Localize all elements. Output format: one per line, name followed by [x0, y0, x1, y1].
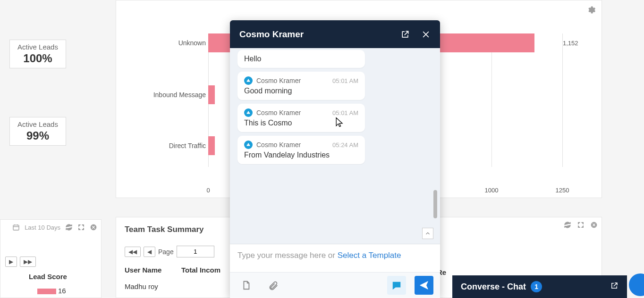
chat-input[interactable]: Type your message here or Select a Templ… [230, 244, 440, 272]
legend-swatch [37, 289, 56, 294]
kpi-active-leads-1: Active Leads 100% [9, 40, 66, 68]
converse-label: Converse - Chat [461, 282, 526, 292]
popout-icon[interactable] [400, 30, 410, 39]
chat-message: Cosmo Kramer 05:01 AM This is Cosmo [237, 104, 365, 132]
input-placeholder-text: Type your message here or [237, 251, 338, 260]
leadscore-title: Lead Score [29, 273, 67, 281]
chart-category: Direct Traffic [121, 142, 206, 149]
chart-bar [208, 85, 215, 104]
chart-value-label: 1,152 [563, 40, 578, 47]
chat-body[interactable]: Hello Cosmo Kramer 05:01 AM Good morning… [230, 48, 440, 244]
gridline [491, 33, 492, 167]
kpi-label: Active Leads [15, 120, 61, 128]
select-template-link[interactable]: Select a Template [338, 251, 401, 260]
date-range-label[interactable]: Last 10 Days [25, 224, 60, 231]
svg-rect-0 [13, 225, 19, 230]
message-sender: Cosmo Kramer [256, 109, 301, 116]
svg-point-8 [248, 143, 249, 145]
page-input[interactable] [177, 246, 214, 257]
message-text: Good morning [244, 87, 358, 95]
close-icon[interactable] [421, 30, 431, 39]
message-text: From Vandelay Industries [244, 151, 358, 159]
legend-value: 16 [58, 287, 66, 295]
kpi-active-leads-2: Active Leads 99% [9, 117, 66, 146]
svg-point-6 [248, 79, 249, 81]
chat-message: Hello [237, 50, 365, 68]
converse-badge: 1 [531, 281, 542, 292]
avatar-icon [244, 76, 253, 85]
avatar-icon [244, 141, 253, 149]
page-label: Page [158, 248, 174, 256]
expand-icon[interactable] [77, 224, 85, 231]
x-tick: 1250 [556, 187, 569, 194]
x-tick: 0 [206, 187, 210, 194]
converse-bar[interactable]: Converse - Chat 1 [452, 275, 627, 298]
svg-point-7 [248, 111, 249, 113]
chat-message: Cosmo Kramer 05:01 AM Good morning [237, 72, 365, 100]
page-first-button[interactable]: ◀◀ [125, 247, 141, 257]
leadscore-card: Last 10 Days ▶ ▶▶ Lead Score 16 [0, 219, 102, 298]
close-icon[interactable] [90, 224, 97, 231]
chart-bar [208, 136, 215, 155]
message-time: 05:01 AM [332, 77, 358, 84]
avatar-icon [244, 108, 253, 117]
expand-icon[interactable] [577, 221, 585, 229]
chart-category: Inbound Message [121, 91, 206, 99]
nav-buttons: ▶ ▶▶ [5, 257, 36, 267]
chat-title: Cosmo Kramer [239, 29, 304, 40]
message-time: 05:01 AM [332, 109, 358, 116]
calendar-icon[interactable] [12, 224, 20, 231]
nav-fast-forward-button[interactable]: ▶▶ [20, 257, 36, 267]
message-text: Hello [244, 55, 358, 63]
gridline [562, 33, 563, 167]
cell-user: Madhu roy [125, 281, 181, 292]
kpi-value: 99% [15, 129, 61, 142]
nav-next-button[interactable]: ▶ [5, 257, 17, 267]
gear-icon[interactable] [586, 5, 596, 17]
message-sender: Cosmo Kramer [256, 141, 301, 149]
attachment-icon[interactable] [264, 276, 283, 295]
message-time: 05:24 AM [332, 141, 358, 149]
file-icon[interactable] [237, 276, 255, 295]
scroll-up-button[interactable] [422, 228, 433, 239]
kpi-value: 100% [15, 52, 61, 65]
col-user: User Name [125, 264, 181, 276]
scrollbar[interactable] [433, 190, 437, 218]
chat-popup: Cosmo Kramer Hello Cosmo Kramer 05:01 AM… [230, 20, 440, 298]
chat-message: Cosmo Kramer 05:24 AM From Vandelay Indu… [237, 136, 365, 164]
leadscore-legend: 16 [37, 287, 66, 295]
x-tick: 1000 [485, 187, 499, 194]
kpi-label: Active Leads [15, 43, 61, 51]
refresh-icon[interactable] [65, 224, 73, 231]
card-toolbar: Last 10 Days [12, 224, 97, 231]
cursor-icon [335, 117, 344, 130]
message-sender: Cosmo Kramer [256, 77, 301, 84]
chat-actions [230, 272, 440, 298]
chat-bubble-icon[interactable] [387, 276, 406, 295]
fab-button[interactable] [629, 273, 644, 296]
close-icon[interactable] [590, 221, 598, 229]
chat-header: Cosmo Kramer [230, 20, 440, 48]
card-toolbar [564, 221, 598, 229]
chart-category: Unknown [121, 39, 206, 47]
refresh-icon[interactable] [564, 221, 571, 229]
popout-icon[interactable] [610, 281, 619, 292]
page-prev-button[interactable]: ◀ [144, 247, 155, 257]
send-button[interactable] [415, 276, 433, 295]
